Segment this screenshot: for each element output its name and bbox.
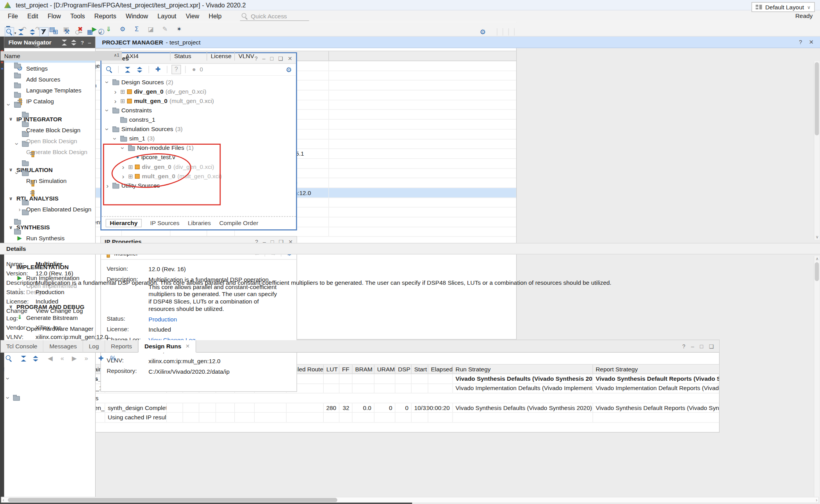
step-to-start-button[interactable]: ◀ bbox=[46, 354, 55, 363]
flow-section-header-ip-integrator[interactable]: ∨IP INTEGRATOR bbox=[4, 114, 95, 124]
column-header-name[interactable]: Name∧1 bbox=[0, 51, 122, 60]
rewind-button[interactable]: « bbox=[57, 354, 67, 363]
tab-tcl-console[interactable]: Tcl Console bbox=[0, 340, 43, 352]
quick-access-input[interactable]: Quick Access bbox=[240, 12, 309, 21]
details-vertical-scrollbar[interactable]: ∧ ∨ bbox=[814, 256, 820, 503]
utilization-button[interactable]: % bbox=[108, 354, 118, 363]
fast-forward-button[interactable]: » bbox=[82, 354, 91, 363]
search-button[interactable] bbox=[4, 354, 14, 363]
details-value[interactable]: View Change Log bbox=[36, 308, 83, 322]
tree-item-div-gen-0[interactable]: ›⊞div_gen_0(div_gen_0.xci) bbox=[102, 162, 296, 171]
gear-icon[interactable]: ⚙ bbox=[480, 28, 486, 36]
expander-closed-icon[interactable]: › bbox=[105, 182, 111, 189]
expand-all-button[interactable] bbox=[28, 27, 37, 37]
float-icon[interactable]: ❏ bbox=[709, 343, 714, 350]
minimize-panel-icon[interactable]: ‒ bbox=[88, 39, 91, 45]
tree-item-constrs-1[interactable]: ›constrs_1 bbox=[102, 115, 296, 124]
menu-layout[interactable]: Layout bbox=[153, 12, 181, 20]
play-button[interactable]: ▶ bbox=[70, 354, 79, 363]
expander-closed-icon[interactable]: › bbox=[120, 163, 126, 170]
horizontal-scrollbar[interactable]: ‹ › bbox=[1, 497, 819, 503]
tree-item-div-gen-0[interactable]: ›⊞div_gen_0(div_gen_0.xci) bbox=[102, 87, 296, 96]
layout-selector[interactable]: Default Layout ∨ bbox=[752, 2, 815, 12]
expander-closed-icon[interactable]: › bbox=[112, 88, 118, 95]
expander-open-icon[interactable]: › bbox=[5, 395, 11, 401]
scroll-up-icon[interactable]: ∧ bbox=[814, 257, 820, 261]
help-icon[interactable]: ? bbox=[682, 343, 685, 350]
sources-tab-libraries[interactable]: Libraries bbox=[188, 220, 211, 226]
menu-reports[interactable]: Reports bbox=[90, 12, 121, 20]
expander-open-icon[interactable]: › bbox=[104, 126, 111, 132]
menu-tools[interactable]: Tools bbox=[66, 12, 90, 20]
tree-item-simulation-sources[interactable]: ›Simulation Sources(3) bbox=[102, 124, 296, 134]
column-header-license[interactable]: License bbox=[207, 51, 235, 60]
information-button[interactable]: ⓘ bbox=[97, 27, 106, 37]
maximize-icon[interactable]: □ bbox=[700, 343, 703, 350]
add-ip-button[interactable]: ⊞ bbox=[51, 27, 60, 37]
column-header-vlnv[interactable]: VLNV bbox=[235, 51, 329, 60]
collapse-all-icon[interactable] bbox=[62, 39, 67, 45]
create-runs-button[interactable]: ✚ bbox=[96, 354, 105, 363]
help-button[interactable]: ? bbox=[171, 65, 181, 74]
menu-help[interactable]: Help bbox=[204, 12, 226, 20]
help-icon[interactable]: ? bbox=[81, 39, 84, 45]
flow-item-create-block-design[interactable]: Create Block Design bbox=[4, 124, 95, 135]
expand-all-button[interactable] bbox=[31, 354, 40, 363]
close-icon[interactable]: ✕ bbox=[809, 39, 814, 45]
menu-flow[interactable]: Flow bbox=[43, 12, 66, 20]
expander-open-icon[interactable]: › bbox=[120, 145, 127, 151]
sources-tab-compile-order[interactable]: Compile Order bbox=[219, 220, 258, 226]
sources-tab-hierarchy[interactable]: Hierarchy bbox=[106, 219, 142, 227]
menu-view[interactable]: View bbox=[181, 12, 204, 20]
help-icon[interactable]: ? bbox=[799, 39, 802, 45]
scrollbar-thumb[interactable] bbox=[815, 62, 819, 135]
tree-item-mult-gen-0[interactable]: ›⊞mult_gen_0(mult_gen_0.xci) bbox=[102, 171, 296, 181]
expander-open-icon[interactable]: › bbox=[104, 107, 111, 113]
tree-item-design-sources[interactable]: ›Design Sources(2) bbox=[102, 77, 296, 87]
expander-open-icon[interactable]: › bbox=[5, 376, 11, 382]
tree-item-sim-1[interactable]: ›sim_1(3) bbox=[102, 134, 296, 143]
expander-closed-icon[interactable]: › bbox=[120, 173, 126, 179]
menu-file[interactable]: File bbox=[3, 12, 23, 20]
expand-all-icon[interactable] bbox=[71, 39, 77, 45]
tree-item-mult-gen-0[interactable]: ›⊞mult_gen_0(mult_gen_0.xci) bbox=[102, 96, 296, 105]
flow-section-header-rtl-analysis[interactable]: ∨RTL ANALYSIS bbox=[4, 193, 95, 204]
expander-open-icon[interactable]: › bbox=[14, 170, 20, 176]
scroll-down-icon[interactable]: ∨ bbox=[814, 234, 820, 239]
expander-open-icon[interactable]: › bbox=[14, 141, 20, 147]
scroll-right-icon[interactable]: › bbox=[816, 497, 817, 502]
column-header-axi4[interactable]: AXI4 bbox=[122, 51, 171, 60]
tree-item-constraints[interactable]: ›Constraints bbox=[102, 106, 296, 115]
tree-item-utility-sources[interactable]: ›Utility Sources bbox=[102, 181, 296, 190]
panel-minimize-icon[interactable]: ‒ bbox=[691, 343, 694, 350]
gear-icon[interactable]: ⚙ bbox=[286, 66, 292, 73]
collapse-all-button[interactable] bbox=[16, 27, 26, 37]
tab-design-runs[interactable]: Design Runs✕ bbox=[138, 340, 196, 353]
details-value[interactable]: Production bbox=[36, 289, 64, 296]
search-button[interactable] bbox=[105, 65, 114, 74]
column-header-status[interactable]: Status bbox=[171, 51, 207, 60]
search-button[interactable] bbox=[5, 27, 14, 37]
ip-settings-button[interactable]: ▦ bbox=[85, 27, 94, 37]
collapse-all-button[interactable] bbox=[123, 65, 132, 74]
scroll-left-icon[interactable]: ‹ bbox=[3, 497, 4, 502]
scrollbar-thumb[interactable] bbox=[8, 498, 337, 502]
scrollbar-thumb[interactable] bbox=[815, 262, 819, 281]
tab-log[interactable]: Log bbox=[83, 340, 105, 352]
tab-messages[interactable]: Messages bbox=[44, 340, 83, 352]
catalog-vertical-scrollbar[interactable]: ∨ bbox=[814, 61, 820, 240]
license-button[interactable] bbox=[74, 27, 83, 37]
expander-open-icon[interactable]: › bbox=[104, 79, 111, 85]
expander-closed-icon[interactable]: › bbox=[112, 98, 118, 104]
expand-all-button[interactable] bbox=[135, 65, 144, 74]
tab-reports[interactable]: Reports bbox=[105, 340, 138, 352]
add-sources-button[interactable]: ✚ bbox=[153, 65, 162, 74]
menu-edit[interactable]: Edit bbox=[23, 12, 43, 20]
flow-item-open-elaborated-design[interactable]: ›Open Elaborated Design bbox=[4, 204, 95, 215]
flow-item-run-simulation[interactable]: Run Simulation bbox=[4, 175, 95, 186]
tree-item-non-module-files[interactable]: ›Non-module Files(1) bbox=[102, 143, 296, 153]
hide-incompatible-button[interactable] bbox=[39, 27, 48, 37]
flow-item-generate-block-design[interactable]: Generate Block Design bbox=[4, 146, 95, 157]
tree-item-ipcore-test-v[interactable]: ›●ipcore_test.v bbox=[102, 153, 296, 162]
customize-ip-button[interactable]: ⚒ bbox=[62, 27, 71, 37]
